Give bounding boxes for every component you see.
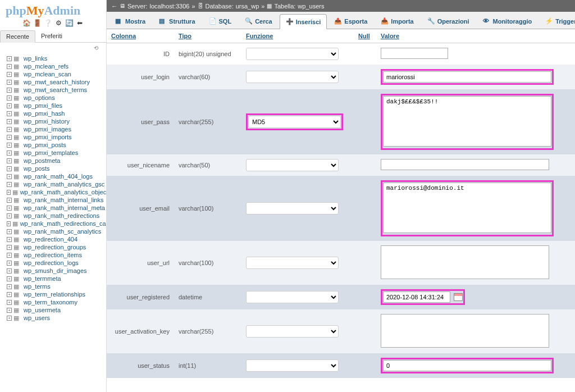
th-value[interactable]: Valore [376,29,575,43]
tree-item[interactable]: +wp_mclean_scan [0,70,106,78]
tree-item[interactable]: +wp_pmxi_images [0,125,106,133]
tab-tracking[interactable]: 👁Monitoraggio [477,14,539,29]
tree-item[interactable]: +wp_usermeta [0,306,106,314]
expand-icon[interactable]: + [7,229,12,234]
expand-icon[interactable]: + [7,158,12,163]
expand-icon[interactable]: + [7,221,11,226]
function-select[interactable] [246,159,339,171]
tree-item[interactable]: +wp_pmxi_history [0,117,106,125]
calendar-icon[interactable] [454,293,463,301]
tree-item[interactable]: +wp_options [0,94,106,102]
function-select[interactable] [246,257,339,269]
bc-db[interactable]: ursa_wp [236,3,259,10]
expand-icon[interactable]: + [7,276,12,281]
expand-icon[interactable]: + [7,316,12,321]
tree-item[interactable]: +wp_smush_dir_images [0,267,106,275]
expand-icon[interactable]: + [7,198,12,203]
tree-item[interactable]: +wp_mwt_search_terms [0,86,106,94]
tree-item[interactable]: +wp_pmxi_templates [0,149,106,157]
value-input[interactable] [381,314,549,348]
expand-icon[interactable]: + [7,174,12,179]
settings-icon[interactable]: ⚙ [54,19,62,27]
tree-item[interactable]: +wp_pmxi_imports [0,133,106,141]
collapse-icon[interactable]: ⟲ [0,43,106,53]
value-input[interactable] [381,245,549,279]
tree-item[interactable]: +wp_links [0,54,106,62]
expand-icon[interactable]: + [7,56,12,61]
tab-import[interactable]: 📥Importa [375,14,419,29]
tree-item[interactable]: +wp_pmxi_hash [0,110,106,117]
tree-item[interactable]: +wp_pmxi_posts [0,141,106,149]
expand-icon[interactable]: + [7,190,11,195]
tree-item[interactable]: +wp_pmxi_files [0,102,106,110]
tree-item[interactable]: +wp_mclean_refs [0,62,106,70]
bc-table[interactable]: wp_users [298,3,324,10]
tab-insert[interactable]: ➕Inserisci [280,14,327,29]
function-select[interactable]: MD5 [248,116,341,128]
value-input[interactable] [383,291,450,303]
function-select[interactable] [246,48,339,60]
tree-item[interactable]: +wp_rank_math_analytics_objects [0,188,106,196]
expand-icon[interactable]: + [7,151,12,156]
expand-icon[interactable]: + [7,143,12,148]
sidebar-tab-recent[interactable]: Recente [0,30,35,43]
breadcrumb-arrow-icon[interactable]: ← [111,3,117,10]
value-input[interactable] [383,71,551,83]
tree-item[interactable]: +wp_redirection_logs [0,259,106,267]
tab-search[interactable]: 🔍Cerca [239,14,279,29]
tree-item[interactable]: +wp_rank_math_redirections [0,212,106,220]
sidebar-tab-favorites[interactable]: Preferiti [35,30,68,42]
expand-icon[interactable]: + [7,206,12,211]
expand-icon[interactable]: + [7,88,12,93]
tree-item[interactable]: +wp_redirection_404 [0,235,106,243]
tree-item[interactable]: +wp_mwt_search_history [0,78,106,86]
tree-item[interactable]: +wp_terms [0,282,106,290]
function-select[interactable] [246,202,339,215]
expand-icon[interactable]: + [7,127,12,132]
th-null[interactable]: Null [354,29,376,43]
tree-item[interactable]: +wp_rank_math_404_logs [0,172,106,180]
bc-server[interactable]: localhost:3306 [149,3,189,10]
tree-item[interactable]: +wp_termmeta [0,275,106,282]
tree-item[interactable]: +wp_rank_math_internal_meta [0,204,106,212]
function-select[interactable] [246,325,339,338]
expand-icon[interactable]: + [7,166,12,171]
reload-icon[interactable]: 🔄 [65,19,73,27]
expand-icon[interactable]: + [7,119,12,124]
docs-icon[interactable]: ❔ [44,19,52,27]
tree-item[interactable]: +wp_rank_math_redirections_cache [0,220,106,227]
tree-item[interactable]: +wp_rank_math_analytics_gsc [0,180,106,188]
tree-item[interactable]: +wp_redirection_items [0,251,106,259]
tab-export[interactable]: 📤Esporta [328,14,373,29]
expand-icon[interactable]: + [7,237,12,242]
logout-icon[interactable]: 🚪 [33,19,41,27]
expand-icon[interactable]: + [7,95,12,101]
function-select[interactable] [246,71,339,83]
tree-item[interactable]: +wp_users [0,314,106,322]
value-input[interactable] [383,183,551,233]
value-input[interactable] [383,360,551,371]
th-type[interactable]: Tipo [174,29,241,43]
expand-icon[interactable]: + [7,292,12,297]
expand-icon[interactable]: + [7,308,12,313]
tree-item[interactable]: +wp_redirection_groups [0,243,106,251]
expand-icon[interactable]: + [7,72,12,77]
tree-item[interactable]: +wp_posts [0,165,106,172]
th-column[interactable]: Colonna [107,29,174,43]
expand-icon[interactable]: + [7,64,12,69]
expand-icon[interactable]: + [7,284,12,289]
nav-icon[interactable]: ⬅ [76,19,84,27]
expand-icon[interactable]: + [7,103,12,108]
tree-item[interactable]: +wp_term_relationships [0,290,106,298]
expand-icon[interactable]: + [7,135,12,140]
tree-item[interactable]: +wp_rank_math_sc_analytics [0,227,106,235]
tab-triggers[interactable]: ⚡Trigger [539,14,575,29]
tab-structure[interactable]: ▤Struttura [153,14,201,29]
tab-sql[interactable]: 📄SQL [203,14,238,29]
expand-icon[interactable]: + [7,245,12,250]
tree-item[interactable]: +wp_term_taxonomy [0,298,106,306]
tab-operations[interactable]: 🔧Operazioni [421,14,476,29]
expand-icon[interactable]: + [7,268,12,274]
expand-icon[interactable]: + [7,182,12,187]
home-icon[interactable]: 🏠 [22,19,30,27]
